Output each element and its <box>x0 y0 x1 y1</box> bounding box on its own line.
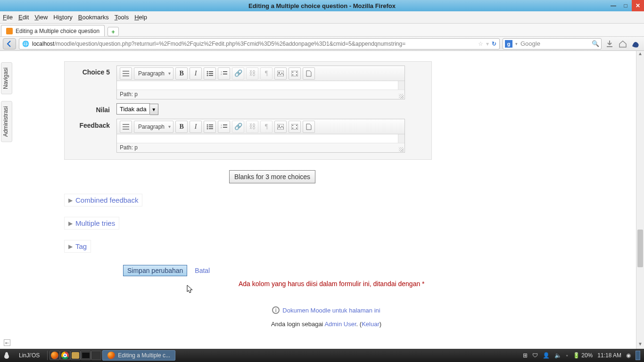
tray-shield-icon[interactable]: 🛡 <box>532 352 538 359</box>
browser-tab[interactable]: Editing a Multiple choice question <box>1 25 105 36</box>
maximize-button[interactable]: □ <box>619 0 632 11</box>
file-button[interactable] <box>303 121 315 133</box>
sidebar-tab-administration[interactable]: Administrasi <box>1 101 12 142</box>
scroll-down-icon[interactable]: ▼ <box>636 341 644 349</box>
terminal-icon <box>82 352 90 359</box>
back-arrow-icon <box>6 40 13 48</box>
moodle-docs-link[interactable]: Dokumen Moodle untuk halaman ini <box>282 307 380 314</box>
nilai-select[interactable]: Tidak ada <box>116 103 150 115</box>
toolbar-toggle-icon[interactable] <box>120 67 132 80</box>
image-button[interactable] <box>274 121 287 133</box>
resize-handle-icon[interactable] <box>399 147 404 152</box>
bold-button[interactable]: B <box>175 67 188 80</box>
menu-edit[interactable]: Edit <box>18 14 29 21</box>
link-button[interactable]: 🔗 <box>232 67 244 80</box>
tray-battery[interactable]: 🔋 20% <box>573 352 593 359</box>
tray-volume-icon[interactable]: 🔈 <box>554 352 561 359</box>
url-bar[interactable]: 🌐 localhost/moodle/question/question.php… <box>19 38 500 49</box>
scroll-thumb[interactable] <box>637 230 643 267</box>
section-combined-feedback[interactable]: ▶Combined feedback <box>64 194 142 206</box>
tray-power-icon[interactable]: ◉ <box>626 352 631 359</box>
taskbar-chrome[interactable] <box>60 351 70 360</box>
tray-workspace-icon[interactable]: ⊞ <box>523 352 528 359</box>
start-menu-button[interactable] <box>0 349 13 362</box>
unlink-button[interactable]: ⛓ <box>246 121 258 133</box>
minimize-button[interactable]: — <box>607 0 619 11</box>
media-button[interactable] <box>289 121 301 133</box>
bullet-list-button[interactable] <box>204 121 216 133</box>
sidebar-tab-navigation[interactable]: Navigasi <box>1 62 12 94</box>
cancel-link[interactable]: Batal <box>195 267 210 274</box>
admin-user-link[interactable]: Admin User <box>324 321 356 328</box>
search-placeholder: Google <box>520 40 540 47</box>
taskbar-active-window[interactable]: Editing a Multiple c... <box>102 350 175 361</box>
extension-button[interactable] <box>631 39 641 49</box>
menu-help[interactable]: Help <box>134 14 147 21</box>
numbered-list-button[interactable]: 12 <box>218 67 230 80</box>
taskbar-terminal[interactable] <box>81 351 91 360</box>
svg-rect-21 <box>123 126 129 127</box>
logout-link[interactable]: Keluar <box>362 321 380 328</box>
choice5-textarea[interactable] <box>117 81 405 90</box>
bookmark-star-icon[interactable]: ☆ <box>478 41 483 47</box>
format-select-2[interactable]: Paragraph <box>134 121 173 133</box>
media-button[interactable] <box>289 67 301 80</box>
svg-rect-18 <box>296 72 297 73</box>
svg-text:2: 2 <box>221 126 222 129</box>
tray-clock[interactable]: 11:18 AM <box>597 352 621 359</box>
add-blanks-button[interactable]: Blanks for 3 more choices <box>229 170 315 183</box>
tray-wifi-icon[interactable]: ◦ <box>566 352 568 359</box>
section-tag[interactable]: ▶Tag <box>64 240 91 253</box>
vertical-scrollbar[interactable]: ▲ ▼ <box>636 51 644 349</box>
svg-text:2: 2 <box>221 73 222 75</box>
menu-tools[interactable]: Tools <box>115 14 129 21</box>
reload-icon[interactable]: ↻ <box>492 41 496 47</box>
save-button[interactable]: Simpan perubahan <box>123 265 187 276</box>
svg-rect-17 <box>292 74 293 75</box>
taskbar-os-label[interactable]: LinJi'OS <box>14 350 44 361</box>
back-button[interactable] <box>3 38 16 49</box>
downloads-button[interactable] <box>604 39 615 49</box>
file-button[interactable] <box>303 67 315 80</box>
taskbar-files[interactable] <box>70 351 81 360</box>
format-select[interactable]: Paragraph <box>134 67 173 80</box>
svg-rect-0 <box>123 71 129 72</box>
anchor-button[interactable]: ¶ <box>260 121 272 133</box>
svg-rect-37 <box>292 128 293 129</box>
section-multiple-tries[interactable]: ▶Multiple tries <box>64 217 119 230</box>
menu-history[interactable]: History <box>53 14 72 21</box>
link-button[interactable]: 🔗 <box>232 121 244 133</box>
scroll-up-icon[interactable]: ▲ <box>636 51 644 58</box>
search-icon[interactable]: 🔍 <box>592 40 599 47</box>
home-icon <box>619 40 627 48</box>
taskbar-firefox[interactable] <box>50 351 60 360</box>
menu-bookmarks[interactable]: Bookmarks <box>78 14 109 21</box>
navigation-toolbar: 🌐 localhost/moodle/question/question.php… <box>0 37 644 51</box>
download-arrow-icon <box>605 40 614 48</box>
anchor-button[interactable]: ¶ <box>260 67 272 80</box>
choice5-editor: Paragraph B I 12 🔗 ⛓ ¶ <box>116 66 405 99</box>
resize-handle-icon[interactable] <box>399 94 404 99</box>
menu-file[interactable]: File <box>3 14 13 21</box>
close-button[interactable]: ✕ <box>632 0 644 11</box>
numbered-list-button[interactable]: 12 <box>218 121 230 133</box>
menu-view[interactable]: View <box>34 14 48 21</box>
bullet-list-button[interactable] <box>204 67 216 80</box>
collapse-dock-button[interactable]: ⇤ <box>4 339 10 346</box>
unlink-button[interactable]: ⛓ <box>246 67 258 80</box>
feedback-textarea[interactable] <box>117 134 405 143</box>
toolbar-toggle-icon[interactable] <box>120 121 132 133</box>
nilai-select-arrow[interactable]: ▼ <box>150 104 158 115</box>
search-box[interactable]: g ▾ Google 🔍 <box>503 38 602 49</box>
taskbar-app[interactable] <box>91 351 101 360</box>
image-button[interactable] <box>274 67 287 80</box>
italic-button[interactable]: I <box>190 121 202 133</box>
seamonkey-icon <box>631 40 641 48</box>
nilai-label: Nilai <box>69 103 116 114</box>
bold-button[interactable]: B <box>175 121 188 133</box>
home-button[interactable] <box>618 39 628 49</box>
new-tab-button[interactable]: + <box>107 27 119 36</box>
italic-button[interactable]: I <box>190 67 202 80</box>
tray-user-icon[interactable]: 👤 <box>543 352 550 359</box>
tray-show-desktop[interactable] <box>636 351 640 360</box>
